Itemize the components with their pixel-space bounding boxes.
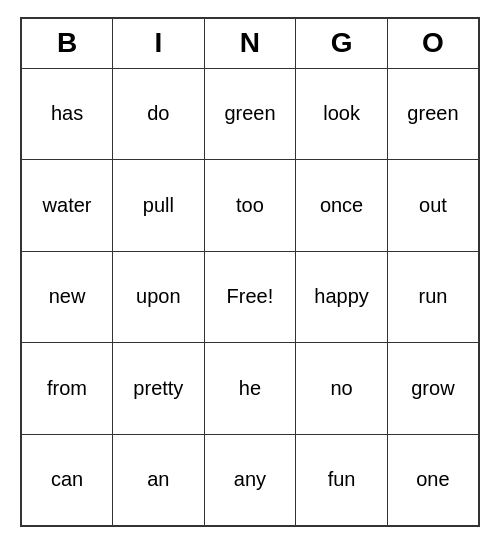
table-row: hasdogreenlookgreen bbox=[21, 68, 479, 160]
cell-r3-c0: from bbox=[21, 343, 113, 435]
bingo-card: BINGO hasdogreenlookgreenwaterpulltooonc… bbox=[20, 17, 480, 527]
cell-r0-c2: green bbox=[204, 68, 296, 160]
cell-r1-c3: once bbox=[296, 160, 388, 252]
cell-r4-c1: an bbox=[113, 434, 205, 526]
cell-r2-c4: run bbox=[387, 251, 479, 343]
cell-r2-c0: new bbox=[21, 251, 113, 343]
cell-r3-c4: grow bbox=[387, 343, 479, 435]
table-row: newuponFree!happyrun bbox=[21, 251, 479, 343]
cell-r1-c2: too bbox=[204, 160, 296, 252]
header-row: BINGO bbox=[21, 18, 479, 68]
header-cell-i: I bbox=[113, 18, 205, 68]
cell-r0-c4: green bbox=[387, 68, 479, 160]
cell-r3-c3: no bbox=[296, 343, 388, 435]
cell-r4-c3: fun bbox=[296, 434, 388, 526]
cell-r0-c1: do bbox=[113, 68, 205, 160]
cell-r4-c4: one bbox=[387, 434, 479, 526]
table-row: canananyfunone bbox=[21, 434, 479, 526]
header-cell-b: B bbox=[21, 18, 113, 68]
cell-r2-c3: happy bbox=[296, 251, 388, 343]
table-row: fromprettyhenogrow bbox=[21, 343, 479, 435]
cell-r4-c2: any bbox=[204, 434, 296, 526]
cell-r2-c2: Free! bbox=[204, 251, 296, 343]
cell-r0-c3: look bbox=[296, 68, 388, 160]
header-cell-g: G bbox=[296, 18, 388, 68]
cell-r1-c1: pull bbox=[113, 160, 205, 252]
cell-r0-c0: has bbox=[21, 68, 113, 160]
cell-r1-c4: out bbox=[387, 160, 479, 252]
cell-r4-c0: can bbox=[21, 434, 113, 526]
header-cell-o: O bbox=[387, 18, 479, 68]
cell-r1-c0: water bbox=[21, 160, 113, 252]
cell-r2-c1: upon bbox=[113, 251, 205, 343]
table-row: waterpulltooonceout bbox=[21, 160, 479, 252]
cell-r3-c1: pretty bbox=[113, 343, 205, 435]
header-cell-n: N bbox=[204, 18, 296, 68]
cell-r3-c2: he bbox=[204, 343, 296, 435]
